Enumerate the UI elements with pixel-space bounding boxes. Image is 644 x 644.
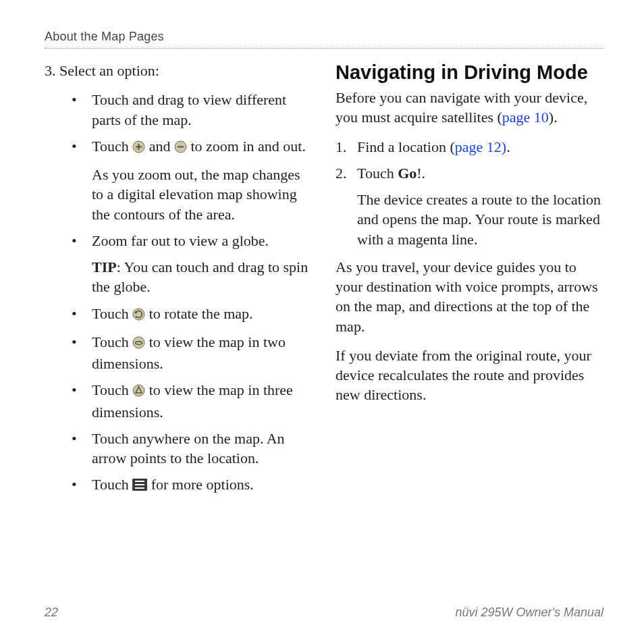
option-text-a: Touch (92, 305, 132, 322)
option-text: Touch and drag to view different parts o… (92, 91, 286, 128)
step-2: 2. Touch Go!. The device creates a route… (336, 163, 603, 249)
steps-list: 1. Find a location (page 12). 2. Touch G… (336, 137, 603, 249)
svg-point-5 (133, 308, 144, 320)
menu-icon (132, 479, 147, 491)
option-text-a: Touch (92, 333, 132, 350)
header-divider (45, 48, 603, 49)
option-text: Touch anywhere on the map. An arrow poin… (92, 430, 285, 466)
option-text: Zoom far out to view a globe. (92, 232, 269, 249)
option-list: Touch and drag to view different parts o… (45, 90, 313, 494)
step-number: 1. (336, 137, 347, 157)
intro-paragraph: Before you can navigate with your device… (336, 88, 603, 128)
option-text-b: and (149, 138, 174, 155)
go-bold: Go (398, 165, 417, 182)
page-12-link[interactable]: page 12) (455, 138, 506, 155)
three-d-icon (132, 382, 145, 402)
page-footer: 22 nüvi 295W Owner's Manual (45, 606, 603, 620)
step-1-a: Find a location ( (357, 138, 455, 155)
guidance-paragraph: As you travel, your device guides you to… (336, 257, 603, 336)
option-text-b: for more options. (151, 476, 254, 493)
globe-tip: TIP: You can touch and drag to spin the … (92, 257, 313, 297)
rotate-icon (132, 306, 145, 325)
manual-page: About the Map Pages 3. Select an option:… (0, 0, 644, 644)
option-drag-map: Touch and drag to view different parts o… (92, 90, 313, 130)
svg-point-7 (133, 337, 144, 348)
section-heading: Navigating in Driving Mode (336, 61, 603, 84)
left-column: 3. Select an option: Touch and drag to v… (45, 61, 313, 502)
option-text-a: Touch (92, 138, 132, 155)
step-number: 2. (336, 163, 347, 183)
manual-title: nüvi 295W Owner's Manual (455, 606, 603, 620)
step-2-follow: The device creates a route to the locati… (357, 190, 603, 249)
tip-label: TIP (92, 259, 117, 275)
zoom-out-note: As you zoom out, the map changes to a di… (92, 165, 313, 224)
option-2d: Touch to view the map in two dimensions. (92, 332, 313, 374)
step-1-b: . (506, 138, 510, 155)
option-more-options: Touch for more options. (92, 475, 313, 494)
step-1: 1. Find a location (page 12). (336, 137, 603, 157)
tip-rest: : You can touch and drag to spin the glo… (92, 259, 308, 295)
step-2-a: Touch (357, 165, 398, 182)
plus-icon (132, 138, 145, 158)
option-text-a: Touch (92, 381, 132, 398)
step-3-lead: 3. Select an option: (45, 61, 313, 80)
option-globe: Zoom far out to view a globe. TIP: You c… (92, 231, 313, 297)
intro-b: ). (549, 109, 558, 126)
step-2-b: !. (417, 165, 425, 182)
option-zoom: Touch and (92, 136, 313, 224)
minus-icon (174, 138, 187, 158)
option-text-a: Touch (92, 476, 132, 493)
option-rotate: Touch to rotate the map. (92, 304, 313, 325)
page-10-link[interactable]: page 10 (502, 109, 549, 126)
option-text-c: to zoom in and out. (190, 138, 305, 155)
right-column: Navigating in Driving Mode Before you ca… (336, 61, 603, 502)
deviation-paragraph: If you deviate from the original route, … (336, 346, 603, 405)
option-text-b: to rotate the map. (149, 305, 253, 322)
option-touch-map: Touch anywhere on the map. An arrow poin… (92, 429, 313, 468)
running-head: About the Map Pages (45, 30, 603, 48)
page-number: 22 (45, 606, 58, 620)
option-3d: Touch to view the map in three dimension… (92, 380, 313, 422)
two-column-layout: 3. Select an option: Touch and drag to v… (45, 61, 603, 502)
two-d-icon (132, 334, 145, 354)
